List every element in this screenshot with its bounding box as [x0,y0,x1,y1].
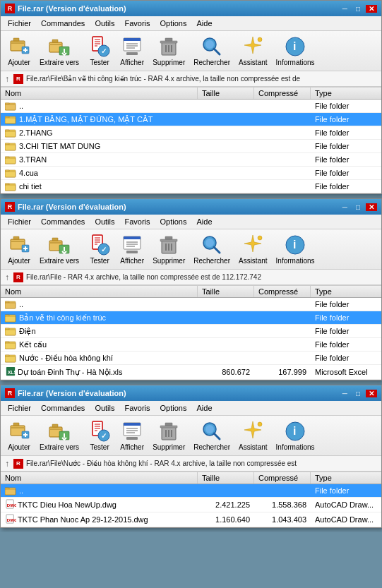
toolbar-btn-tester[interactable]: ✓ Tester [84,33,115,68]
table-row[interactable]: ..File folder [1,100,381,113]
col-header-compressé[interactable]: Compressé [254,286,311,297]
table-row[interactable]: ĐiệnFile folder [1,325,381,338]
menu-item-outils[interactable]: Outils [90,402,119,414]
table-row[interactable]: XLS Dự toán Đinh Thự - Hà Nội.xls860.672… [1,365,381,380]
file-compressed-cell: 167.999 [254,366,311,378]
svg-rect-107 [5,315,9,316]
window-close[interactable]: ✕ [366,203,377,211]
parent-folder-icon [5,299,16,309]
table-row[interactable]: DWG TKTC Phan Nuoc Ap 29-12-2015.dwg1.16… [1,512,381,527]
toolbar-btn-supprimer[interactable]: Supprimer [149,33,189,68]
file-name-text: 4.cua [19,169,38,177]
toolbar-btn-rechercher[interactable]: Rechercher [190,418,234,453]
toolbar-btn-ajouter[interactable]: Ajouter [4,418,35,453]
file-type-cell: AutoCAD Draw... [311,514,381,525]
toolbar-btn-assistant[interactable]: Assistant [235,232,271,267]
table-row[interactable]: 3.CHI TIET MAT DUNGFile folder [1,140,381,153]
file-compressed-cell [254,104,311,107]
window-close[interactable]: ✕ [366,5,377,13]
table-row[interactable]: 3.TRANFile folder [1,153,381,167]
window-maximize[interactable]: □ [353,203,363,211]
toolbar-btn-extraire[interactable]: Extraire vers [36,232,83,267]
col-header-nom[interactable]: Nom [1,286,198,297]
window-minimize[interactable]: ─ [340,5,350,13]
file-compressed-cell: 1.558.368 [254,499,311,510]
svg-rect-149 [160,426,177,428]
col-header-taille[interactable]: Taille [198,88,254,99]
toolbar-btn-afficher[interactable]: Afficher [117,33,148,68]
table-row[interactable]: 2.THANGFile folder [1,126,381,140]
svg-rect-66 [11,241,25,242]
toolbar-btn-ajouter[interactable]: Ajouter [4,232,35,267]
menu-item-aide[interactable]: Aide [192,216,216,227]
window-maximize[interactable]: □ [353,5,363,13]
toolbar-btn-informations[interactable]: i Informations [273,33,318,68]
rechercher-icon [201,420,223,443]
menu-item-outils[interactable]: Outils [90,18,119,29]
toolbar-btn-informations[interactable]: i Informations [273,418,318,453]
col-header-taille[interactable]: Taille [198,472,254,484]
svg-rect-131 [49,428,62,430]
table-row[interactable]: ..File folder [1,298,381,311]
col-header-type[interactable]: Type [311,286,381,297]
menu-item-fichier[interactable]: Fichier [4,18,35,29]
col-header-nom[interactable]: Nom [1,88,198,99]
menu-item-favoris[interactable]: Favoris [121,216,155,227]
col-header-compressé[interactable]: Compressé [254,88,311,99]
supprimer-icon [157,420,180,443]
toolbar-btn-assistant[interactable]: Assistant [235,33,271,68]
menu-item-outils[interactable]: Outils [90,216,119,227]
toolbar-btn-tester[interactable]: ✓ Tester [84,418,115,453]
menu-item-aide[interactable]: Aide [192,402,216,414]
window-minimize[interactable]: ─ [340,390,350,397]
file-name-text: .. [19,300,23,308]
toolbar-btn-rechercher[interactable]: Rechercher [190,33,234,68]
window-maximize[interactable]: □ [353,390,363,397]
menu-item-favoris[interactable]: Favoris [121,18,155,29]
window-minimize[interactable]: ─ [340,203,350,211]
toolbar-btn-assistant[interactable]: Assistant [235,418,271,453]
table-row[interactable]: 4.cuaFile folder [1,167,381,180]
toolbar-btn-afficher[interactable]: Afficher [117,232,148,267]
menu-item-options[interactable]: Options [156,402,191,414]
menu-item-fichier[interactable]: Fichier [4,216,35,227]
table-row[interactable]: ..File folder [1,484,381,498]
menu-item-commandes[interactable]: Commandes [37,216,89,227]
toolbar-btn-afficher[interactable]: Afficher [117,418,148,453]
col-header-nom[interactable]: Nom [1,472,198,484]
nav-up-arrow[interactable]: ↑ [4,74,11,84]
toolbar-btn-informations[interactable]: i Informations [273,232,318,267]
file-name-text: Nước - Điều hòa không khí [19,354,113,363]
col-header-type[interactable]: Type [311,472,381,484]
window-close[interactable]: ✕ [366,390,377,397]
file-name-cell: XLS Dự toán Đinh Thự - Hà Nội.xls [1,365,198,379]
toolbar-btn-ajouter[interactable]: Ajouter [4,33,35,68]
svg-rect-43 [5,118,16,124]
toolbar-btn-rechercher[interactable]: Rechercher [190,232,234,267]
col-header-taille[interactable]: Taille [198,286,254,297]
toolbar-btn-supprimer[interactable]: Supprimer [149,418,189,453]
toolbar-btn-extraire[interactable]: Extraire vers [36,418,83,453]
menu-item-aide[interactable]: Aide [192,18,216,29]
menu-item-options[interactable]: Options [156,18,191,29]
col-header-type[interactable]: Type [311,88,381,99]
table-row[interactable]: chi tietFile folder [1,180,381,193]
menu-item-commandes[interactable]: Commandes [37,18,89,29]
menu-item-fichier[interactable]: Fichier [4,402,35,414]
menu-item-options[interactable]: Options [156,216,191,227]
toolbar-btn-extraire[interactable]: Extraire vers [36,33,83,68]
nav-up-arrow[interactable]: ↑ [4,459,11,469]
table-row[interactable]: 1.MẶT BẰNG, MẶT ĐỨNG, MẶT CẮTFile folder [1,113,381,126]
toolbar-btn-tester[interactable]: ✓ Tester [84,232,115,267]
file-compressed-cell [254,131,311,134]
col-header-compressé[interactable]: Compressé [254,472,311,484]
toolbar-btn-supprimer[interactable]: Supprimer [149,232,189,267]
rechercher-icon [201,234,223,256]
table-row[interactable]: DWG TKTC Dieu Hoa NewUp.dwg2.421.2251.55… [1,498,381,512]
table-row[interactable]: Kết cấuFile folder [1,338,381,352]
menu-item-commandes[interactable]: Commandes [37,402,89,414]
table-row[interactable]: Bản vẽ thi công kiến trúcFile folder [1,311,381,325]
menu-item-favoris[interactable]: Favoris [121,402,155,414]
nav-up-arrow[interactable]: ↑ [4,272,11,282]
table-row[interactable]: Nước - Điều hòa không khíFile folder [1,352,381,365]
